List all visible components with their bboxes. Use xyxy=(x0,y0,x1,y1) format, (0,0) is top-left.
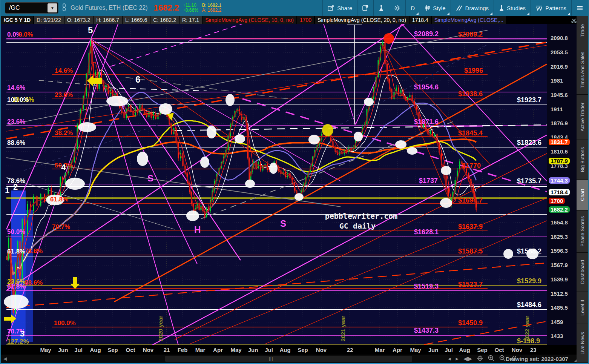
notebook-icon: i xyxy=(362,5,368,11)
time-axis-tick: Mar xyxy=(195,347,206,353)
patterns-button[interactable]: Patterns xyxy=(531,0,571,16)
fib-level-label: 0.0% xyxy=(18,31,33,38)
zoom-out-icon[interactable] xyxy=(499,355,506,362)
sidebar-tab-level-ii[interactable]: Level II xyxy=(577,292,588,324)
white-ellipse-marker xyxy=(441,166,451,175)
time-axis-tick: Apr xyxy=(213,347,223,353)
sidebar-tab-dashboard[interactable]: Dashboard xyxy=(577,253,588,292)
white-ellipse-marker xyxy=(159,103,172,115)
year-label: 2022 year xyxy=(524,315,530,341)
link-icon[interactable] xyxy=(61,3,67,13)
scroll-left-icon[interactable]: ◀ xyxy=(3,356,7,361)
fib-level-label: 61.8% xyxy=(50,196,68,203)
style-button[interactable]: Style xyxy=(420,0,450,16)
white-ellipse-marker xyxy=(65,178,85,190)
time-axis[interactable]: MayJunJulAugSepOctNov21FebMarAprMayJunJu… xyxy=(1,345,579,355)
price-target-label: $1954.6 xyxy=(414,83,439,91)
red-dot-marker xyxy=(383,33,394,44)
settings-button[interactable] xyxy=(389,0,405,16)
price-target-label: $1588.2 xyxy=(517,247,541,255)
white-ellipse-marker xyxy=(106,96,128,106)
symbol-input-box[interactable]: ▼ xyxy=(5,2,58,14)
fit-width-icon[interactable]: ◀▶ xyxy=(463,355,472,362)
price-target-label: $1437.3 xyxy=(414,327,439,334)
ohlc-field: H: 1686.7 xyxy=(94,16,122,24)
price-target-label: $1996 xyxy=(464,67,483,74)
white-ellipse-marker xyxy=(364,98,374,106)
notes-button[interactable]: i xyxy=(357,0,373,16)
price-target-label: $1871.6 xyxy=(414,118,439,126)
symbol-input[interactable] xyxy=(5,5,48,11)
time-axis-tick: Sep xyxy=(107,347,118,353)
price-axis-tick: 1810.6 xyxy=(551,148,568,155)
price-axis-tick: 1945.6 xyxy=(551,92,568,98)
time-axis-tick: Aug xyxy=(90,347,101,353)
price-axis-bubble: 1682.2 xyxy=(548,206,570,213)
ohlc-field: L: 1669.6 xyxy=(123,16,150,24)
quote-area: Gold Futures, ETH (DEC 22) 1682.2 +11.10… xyxy=(71,3,221,13)
drawing-set-label[interactable]: Drawing set: 2022-0307 xyxy=(506,356,568,362)
sidebar-tab-trade[interactable]: Trade xyxy=(577,16,588,45)
fib-level-label: 88.6% xyxy=(25,279,43,286)
crosshair-icon[interactable] xyxy=(477,355,483,362)
share-button[interactable]: Share xyxy=(322,0,357,16)
price-axis[interactable]: 2090.82053.52016.919811945.619111876.918… xyxy=(547,24,579,345)
drawings-button[interactable]: Drawings xyxy=(451,0,494,16)
study-value: 1700 xyxy=(297,16,314,24)
price-axis-tick: 1981 xyxy=(551,77,563,84)
yellow-ellipse-marker xyxy=(322,124,333,136)
analyze-button[interactable] xyxy=(373,0,389,16)
ohlc-field: R: 17.1 xyxy=(179,16,202,24)
ohlc-field: D: 9/21/22 xyxy=(34,16,64,24)
fib-level-label: 88.6% xyxy=(7,139,25,146)
price-axis-bubble: 1700 xyxy=(548,197,565,204)
study-label[interactable]: SimpleMovingAvg (CLOSE,... xyxy=(432,16,506,24)
sidebar-tab-chart[interactable]: Chart xyxy=(577,180,588,211)
sidebar-tab-times-and-sales[interactable]: Times And Sales xyxy=(577,45,588,95)
time-axis-tick: 21 xyxy=(164,347,170,353)
sidebar-tab-phase-scores[interactable]: Phase Scores xyxy=(577,210,588,253)
flask-icon xyxy=(379,5,384,11)
study-label[interactable]: SimpleMovingAvg (CLOSE, 20, 0, no) xyxy=(315,16,409,24)
price-target-label: $1523.7 xyxy=(458,281,483,288)
axis-settings-icon[interactable] xyxy=(571,18,577,24)
wave-annotation: 2 xyxy=(13,182,18,192)
sidebar-tab-active-trader[interactable]: Active Trader xyxy=(577,95,588,140)
pan-right-icon[interactable]: ▸ xyxy=(456,355,459,362)
white-ellipse-marker xyxy=(245,180,255,188)
fib-level-label: 70.7% xyxy=(52,223,70,230)
chart-symbol-period[interactable]: /GC 5 Y 1D xyxy=(1,16,33,24)
fib-level-label: 38.2% xyxy=(55,129,73,137)
price-axis-bubble: 1831.7 xyxy=(548,138,570,146)
sidebar-tab-live-news[interactable]: Live News xyxy=(577,324,588,363)
time-axis-tick: Nov xyxy=(316,347,327,353)
studies-button[interactable]: Studies xyxy=(494,0,531,16)
price-axis-tick: 2016.9 xyxy=(551,63,568,70)
white-ellipse-marker xyxy=(235,134,245,143)
fib-level-label: 127.2% xyxy=(7,338,29,345)
study-label[interactable]: SimpleMovingAvg (CLOSE, 10, 0, no) xyxy=(202,16,296,24)
chart-canvas[interactable]: 0.0%0.0%14.6%14.6%23.6%100.0%100.0%23.6%… xyxy=(1,24,547,345)
timeframe-button[interactable]: D xyxy=(405,0,420,16)
watermark-chart: GC daily xyxy=(339,221,376,230)
pan-left-icon[interactable]: ◂ xyxy=(448,355,451,362)
zoom-in-icon[interactable] xyxy=(488,355,494,362)
study-value: 1718.4 xyxy=(410,16,431,24)
sidebar-tab-big-buttons[interactable]: Big Buttons xyxy=(577,140,588,180)
menu-button[interactable] xyxy=(571,0,588,16)
time-axis-tick: Jul xyxy=(265,347,273,353)
price-target-label: $1770 xyxy=(462,162,481,169)
scrollbar-grip[interactable]: ||| xyxy=(269,356,273,361)
price-target-label: $1845.4 xyxy=(458,129,483,137)
price-target-label: $1519.3 xyxy=(414,283,439,290)
study-labels: SimpleMovingAvg (CLOSE, 10, 0, no)1700Si… xyxy=(202,16,507,24)
chart-scrollbar[interactable]: ||| xyxy=(165,356,412,362)
symbol-dropdown-button[interactable]: ▼ xyxy=(48,3,57,12)
price-axis-tick: 2053.5 xyxy=(551,49,568,55)
white-ellipse-marker xyxy=(308,135,320,144)
wave-annotation: 4 xyxy=(61,163,66,172)
time-axis-tick: Mar xyxy=(375,347,385,353)
price-axis-tick: 1459 xyxy=(551,319,563,325)
white-ellipse-marker xyxy=(186,210,199,221)
time-axis-tick: 23 xyxy=(530,347,537,353)
